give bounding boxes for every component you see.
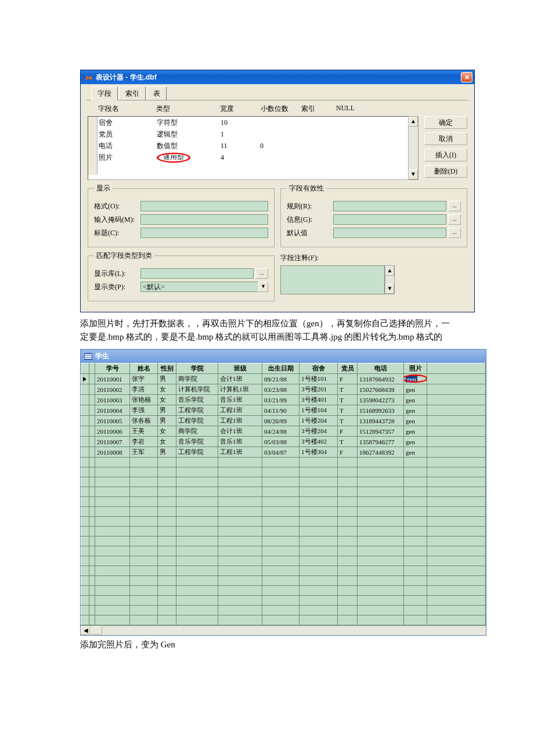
cell-name[interactable]: 张各栋 [130,416,158,426]
cell-sex[interactable]: 男 [158,447,176,458]
cell-photo[interactable]: gen [404,426,427,437]
col-party[interactable]: 党员 [338,363,358,374]
cell-class[interactable]: 工程1班 [218,447,262,458]
format-input[interactable] [140,201,268,211]
close-button[interactable]: ✕ [461,72,472,82]
cell-college[interactable]: 工程学院 [176,447,218,458]
cell-id[interactable]: 20110002 [95,384,130,395]
scroll-up-icon[interactable]: ▲ [385,266,394,276]
cell-class[interactable]: 音乐1班 [218,437,262,447]
cell-class[interactable]: 工程1班 [218,416,262,426]
cell-fieldname[interactable]: 党员 [98,128,156,141]
row-marker[interactable] [81,426,89,437]
scroll-down-icon[interactable]: ▼ [409,170,418,179]
cell-id[interactable]: 20110006 [95,426,130,437]
browse-lib-button[interactable]: ... [255,268,268,279]
display-lib-input[interactable] [140,268,254,279]
cell-college[interactable]: 工程学院 [176,405,218,416]
scroll-thumb[interactable] [91,626,102,635]
cell-party[interactable]: F [338,426,358,437]
delete-marker[interactable] [89,447,95,458]
cell-type[interactable]: 字符型 [156,117,219,129]
col-birth[interactable]: 出生日期 [262,363,300,374]
info-input[interactable] [333,214,446,225]
table-row[interactable] [81,556,486,566]
row-handle[interactable] [88,117,98,128]
cell-party[interactable]: F [338,447,358,458]
cell-birth[interactable]: 04/11/90 [262,405,300,416]
table-row[interactable] [81,586,486,596]
row-marker[interactable] [81,447,89,458]
cell-name[interactable]: 张宇 [130,374,158,384]
cell-width[interactable]: 4 [219,152,259,163]
cell-sex[interactable]: 男 [158,416,176,426]
table-row[interactable] [81,615,486,625]
row-handle[interactable] [88,152,98,163]
cell-party[interactable]: T [338,395,358,405]
col-phone[interactable]: 电话 [358,363,404,374]
cell-class[interactable]: 会计1班 [218,426,262,437]
table-row[interactable]: 20110002李清女计算机学院计算机1班03/23/883号楼201T1502… [81,384,486,395]
cell-id[interactable]: 20110003 [95,395,130,405]
cell-phone[interactable]: 18627448392 [358,447,404,458]
display-class-combo[interactable]: <默认> [140,282,258,292]
field-row[interactable]: 党员逻辑型1 [88,128,408,140]
field-grid[interactable]: 宿舍字符型10党员逻辑型1电话数值型110照片通用型4 [88,116,409,180]
scroll-left-icon[interactable]: ◀ [81,626,91,635]
table-row[interactable]: 20110008王军男工程学院工程1班03/04/871号楼304F186274… [81,447,486,458]
tab-table[interactable]: 表 [147,87,167,100]
row-marker[interactable] [81,395,89,405]
col-name[interactable]: 姓名 [130,363,158,374]
cell-party[interactable]: T [338,384,358,395]
table-row[interactable]: 20110001张宇男商学院会计1班09/21/881号楼101F1318766… [81,374,486,384]
photo-cell[interactable]: gen [406,417,415,424]
col-sex[interactable]: 性别 [158,363,176,374]
cell-sex[interactable]: 女 [158,395,176,405]
table-row[interactable] [81,596,486,606]
table-row[interactable]: 20110003张艳楠女音乐学院音乐1班03/21/893号楼401T13598… [81,395,486,405]
cell-birth[interactable]: 03/23/88 [262,384,300,395]
cell-dorm[interactable]: 1号楼104 [300,405,338,416]
cell-name[interactable]: 王美 [130,426,158,437]
cell-index[interactable] [298,121,332,124]
field-row[interactable]: 电话数值型110 [88,140,408,152]
cell-dorm[interactable]: 3号楼401 [300,395,338,405]
row-marker[interactable] [81,416,89,426]
caption-input[interactable] [140,228,268,238]
cell-width[interactable]: 10 [219,117,259,128]
cell-dorm[interactable]: 1号楼304 [300,447,338,458]
table-row[interactable] [81,458,486,467]
cancel-button[interactable]: 取消 [424,132,467,145]
table-row[interactable] [81,537,486,546]
cell-name[interactable]: 王军 [130,447,158,458]
ok-button[interactable]: 确定 [424,116,467,129]
col-class[interactable]: 班级 [218,363,262,374]
scroll-down-icon[interactable]: ▼ [385,284,394,294]
photo-cell[interactable]: gen [406,428,415,435]
dropdown-icon[interactable]: ▼ [258,282,268,292]
cell-photo[interactable]: gen [404,395,427,405]
col-dorm[interactable]: 宿舍 [300,363,338,374]
field-row[interactable]: 照片通用型4 [88,152,408,163]
table-row[interactable]: 20110006王美女商学院会计1班04/24/883号楼204F1512894… [81,426,486,437]
table-row[interactable]: 20110005张各栋男工程学院工程1班08/26/891号楼204T13189… [81,416,486,426]
browse-hscroll[interactable]: ◀ [81,625,486,635]
cell-id[interactable]: 20110004 [95,405,130,416]
delete-button[interactable]: 删除(D) [424,165,467,178]
cell-dec[interactable]: 0 [259,141,298,152]
default-browse-button[interactable]: ... [448,228,461,238]
photo-cell[interactable]: gen [406,449,415,456]
row-marker[interactable] [81,405,89,416]
table-row[interactable] [81,497,486,507]
cell-sex[interactable]: 女 [158,384,176,395]
cell-party[interactable]: T [338,416,358,426]
cell-dorm[interactable]: 1号楼101 [300,374,338,384]
cell-class[interactable]: 音乐1班 [218,395,262,405]
row-marker[interactable] [81,384,89,395]
cell-fieldname[interactable]: 宿舍 [98,117,156,129]
browse-grid[interactable]: 学号 姓名 性别 学院 班级 出生日期 宿舍 党员 电话 照片 20110001… [81,363,486,625]
cell-name[interactable]: 李强 [130,405,158,416]
cell-id[interactable]: 20110008 [95,447,130,458]
tab-index[interactable]: 索引 [119,87,146,100]
cell-sex[interactable]: 男 [158,374,176,384]
